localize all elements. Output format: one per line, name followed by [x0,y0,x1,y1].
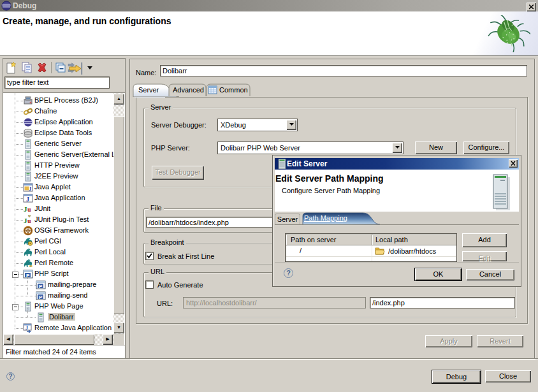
svg-text:P: P [39,294,43,300]
svg-text:J: J [25,325,28,331]
svg-text:u: u [27,217,31,224]
svg-text:P: P [26,273,30,279]
svg-text:J: J [29,185,32,192]
svg-text:J: J [26,196,29,203]
svg-text:P: P [39,284,43,289]
svg-text:u: u [27,206,31,213]
